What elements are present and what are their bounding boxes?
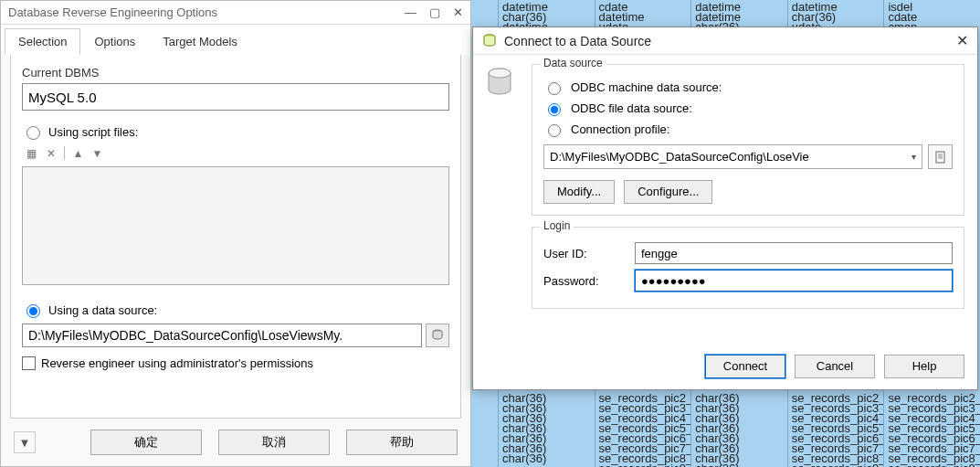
tab-body: Current DBMS Using script files: ▦ ✕ ▲ ▼… [10, 55, 461, 419]
radio-odbc-machine[interactable] [548, 82, 561, 95]
tab-label: Selection [18, 35, 67, 48]
radio-label: Using a data source: [48, 303, 157, 317]
radio-label: ODBC machine data source: [571, 80, 722, 94]
browse-data-source-button[interactable] [426, 324, 449, 347]
help-button[interactable]: 帮助 [346, 430, 458, 455]
dialog-title: Database Reverse Engineering Options [8, 1, 217, 25]
data-source-path-input[interactable] [22, 324, 422, 347]
expand-details-button[interactable]: ▼ [14, 431, 36, 453]
button-label: 取消 [262, 435, 286, 449]
remove-file-icon[interactable]: ✕ [43, 145, 58, 161]
add-file-icon[interactable]: ▦ [24, 145, 39, 161]
move-down-icon[interactable]: ▼ [90, 145, 105, 161]
minimize-icon[interactable]: — [405, 1, 416, 25]
dialog-titlebar[interactable]: Connect to a Data Source ✕ [473, 27, 977, 55]
tab-target-models[interactable]: Target Models [149, 28, 251, 55]
tab-label: Target Models [163, 35, 237, 48]
combobox-value: D:\MyFiles\MyODBC_DataSourceConfig\LoseV… [550, 150, 809, 164]
button-label: 确定 [134, 435, 158, 449]
svg-rect-4 [936, 152, 944, 163]
button-label: Modify... [557, 185, 601, 198]
tab-bar: Selection Options Target Models [1, 25, 470, 55]
button-label: Help [912, 359, 937, 373]
browse-file-dsn-button[interactable] [928, 144, 953, 169]
checkbox-label: Reverse engineer using administrator's p… [41, 356, 313, 370]
group-legend: Login [540, 219, 574, 232]
radio-script-files[interactable] [26, 126, 40, 140]
connect-data-source-dialog: Connect to a Data Source ✕ Data source O… [472, 27, 978, 390]
dialog-button-bar: Connect Cancel Help [473, 344, 977, 389]
cancel-button[interactable]: Cancel [795, 355, 875, 378]
checkbox-admin-perms[interactable] [22, 356, 36, 370]
modify-button[interactable]: Modify... [543, 180, 615, 204]
chevron-down-icon: ▼ [19, 436, 31, 450]
reverse-engineering-options-dialog: Database Reverse Engineering Options — ▢… [0, 0, 471, 467]
side-illustration [486, 64, 522, 344]
script-files-listbox[interactable] [22, 166, 449, 285]
button-label: Connect [723, 359, 767, 373]
button-label: Cancel [817, 359, 853, 373]
script-files-toolbar: ▦ ✕ ▲ ▼ [24, 145, 449, 161]
dialog-titlebar[interactable]: Database Reverse Engineering Options — ▢… [1, 1, 470, 25]
radio-connection-profile[interactable] [548, 124, 561, 137]
ok-button[interactable]: 确定 [90, 430, 202, 455]
user-id-input[interactable] [635, 242, 953, 264]
tab-selection[interactable]: Selection [5, 28, 80, 55]
radio-label: Using script files: [48, 125, 138, 139]
dialog-title: Connect to a Data Source [504, 34, 949, 48]
radio-data-source[interactable] [26, 304, 40, 318]
chevron-down-icon: ▾ [912, 152, 916, 162]
help-button[interactable]: Help [884, 355, 964, 378]
tab-label: Options [94, 35, 135, 48]
button-label: 帮助 [390, 435, 414, 449]
dialog-button-bar: ▼ 确定 取消 帮助 [1, 419, 470, 466]
cancel-button[interactable]: 取消 [218, 430, 330, 455]
radio-odbc-file[interactable] [548, 103, 561, 116]
database-icon [431, 329, 444, 342]
move-up-icon[interactable]: ▲ [70, 145, 86, 161]
current-dbms-input[interactable] [22, 83, 449, 111]
reverse-admin-checkbox-row[interactable]: Reverse engineer using administrator's p… [22, 356, 449, 370]
configure-button[interactable]: Configure... [624, 180, 712, 204]
group-legend: Data source [540, 57, 606, 69]
file-dsn-combobox[interactable]: D:\MyFiles\MyODBC_DataSourceConfig\LoseV… [543, 144, 922, 169]
tab-options[interactable]: Options [80, 28, 149, 55]
user-id-label: User ID: [543, 247, 635, 260]
password-label: Password: [543, 274, 635, 288]
current-dbms-label: Current DBMS [22, 66, 449, 80]
password-input[interactable] [635, 270, 953, 292]
maximize-icon[interactable]: ▢ [429, 1, 440, 25]
background-schema-columns-lower: char(36)char(36)char(36)char(36)char(36)… [498, 391, 980, 467]
connect-button[interactable]: Connect [705, 355, 785, 378]
svg-point-3 [489, 69, 511, 78]
close-icon[interactable]: ✕ [453, 1, 463, 25]
database-icon [482, 34, 497, 48]
close-icon[interactable]: ✕ [956, 32, 968, 49]
using-data-source-radio[interactable]: Using a data source: [22, 302, 449, 318]
radio-label: Connection profile: [571, 122, 669, 136]
connection-profile-radio-row[interactable]: Connection profile: [543, 122, 953, 137]
data-source-group: Data source ODBC machine data source: OD… [532, 64, 964, 216]
login-group: Login User ID: Password: [532, 227, 964, 309]
using-script-files-radio[interactable]: Using script files: [22, 123, 449, 140]
odbc-file-radio-row[interactable]: ODBC file data source: [543, 101, 953, 116]
document-icon [934, 151, 947, 164]
database-cylinder-icon [486, 68, 513, 99]
button-label: Configure... [638, 185, 699, 198]
radio-label: ODBC file data source: [571, 101, 692, 115]
separator [64, 146, 65, 160]
odbc-machine-radio-row[interactable]: ODBC machine data source: [543, 80, 953, 95]
